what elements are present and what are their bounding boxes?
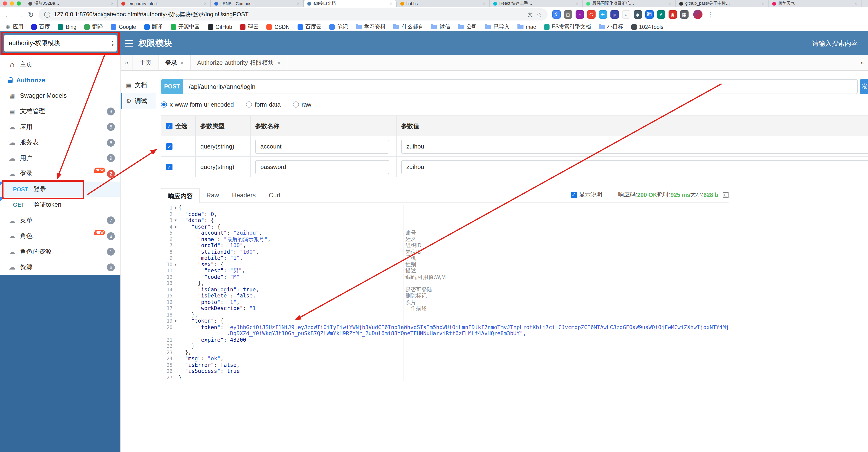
sidebar-item[interactable]: 主页 [0, 57, 120, 73]
telegram-extension-icon[interactable]: ✈ [598, 10, 607, 19]
bookmark-star-icon[interactable]: ☆ [536, 11, 542, 18]
sidebar-item[interactable]: 用户9 [0, 150, 120, 166]
bookmark-item[interactable]: 1024Tools [631, 24, 663, 30]
fold-toggle-icon[interactable]: ▾ [173, 261, 179, 268]
send-button[interactable]: 发送 [860, 79, 868, 94]
sidebar-item[interactable]: 服务表6 [0, 135, 120, 150]
bookmark-folder[interactable]: 学习资料 [356, 23, 386, 30]
tab-close-icon[interactable]: × [576, 1, 578, 6]
response-tab[interactable]: Headers [225, 188, 262, 203]
header-search-input[interactable] [774, 39, 858, 47]
content-type-option[interactable]: x-www-form-urlencoded [161, 101, 234, 108]
response-tab[interactable]: Curl [262, 188, 287, 203]
jp-dict-extension-icon[interactable]: jp [610, 10, 619, 19]
fold-toggle-icon[interactable]: ▾ [173, 318, 179, 324]
bookmark-folder[interactable]: mac [518, 24, 536, 30]
sidebar-item[interactable]: 角色的资源1 [0, 244, 120, 259]
show-description-checkbox[interactable]: ✓ [571, 192, 577, 198]
tab-close-icon[interactable]: × [855, 1, 857, 6]
fullscreen-icon[interactable] [723, 192, 728, 198]
radio-icon[interactable] [246, 101, 252, 107]
page-info-icon[interactable]: i [44, 11, 50, 18]
request-url-input[interactable] [183, 79, 858, 94]
tab-close-icon[interactable]: × [111, 1, 114, 6]
timer-extension-icon[interactable]: ◉ [668, 10, 677, 19]
module-select[interactable]: authority-权限模块 ▴▾ [4, 35, 117, 51]
response-tab[interactable]: 响应内容 [161, 188, 200, 203]
sidebar-item[interactable]: 角色NEW8 [0, 228, 120, 244]
reload-icon[interactable]: ↻ [28, 11, 34, 18]
param-name-input[interactable] [255, 139, 389, 153]
sidebar-item[interactable]: Authorize [0, 73, 120, 88]
bookmark-item[interactable]: 百度云 [298, 23, 321, 30]
address-bar[interactable]: i 127.0.0.1:8760/api/gate/doc.html#/auth… [38, 8, 548, 21]
bookmark-folder[interactable]: 微信 [431, 23, 450, 30]
bookmark-item[interactable]: 百度 [31, 23, 50, 30]
bookmark-folder[interactable]: 已导入 [485, 23, 509, 30]
browser-tab[interactable]: habbs× [397, 0, 490, 7]
tab-close-icon[interactable]: × [669, 1, 671, 6]
screenshot-extension-icon[interactable]: ◻ [564, 10, 572, 19]
browser-tab[interactable]: React 快速上手…× [490, 0, 583, 7]
content-tab[interactable]: 登录× [158, 55, 191, 70]
grid-extension-icon[interactable]: ▦ [680, 10, 688, 19]
translate-page-icon[interactable]: 文 [528, 11, 533, 18]
radio-icon[interactable] [161, 101, 167, 107]
content-type-option[interactable]: raw [293, 101, 311, 108]
bookmark-item[interactable]: 开源中国 [170, 23, 200, 30]
google-extension-icon[interactable]: G [587, 10, 595, 19]
bookmark-item[interactable]: Google [111, 24, 136, 30]
param-value-input[interactable] [401, 139, 868, 153]
sidebar-item[interactable]: 应用5 [0, 119, 120, 135]
forward-icon[interactable]: → [16, 11, 23, 18]
translate-extension-icon[interactable]: 文 [552, 10, 560, 19]
select-all-checkbox[interactable]: ✓ [166, 123, 173, 129]
fold-toggle-icon[interactable]: ▾ [173, 224, 179, 230]
bolt-extension-icon[interactable]: ⚡ [657, 10, 665, 19]
browser-tab[interactable]: temporary-interi…× [118, 0, 211, 7]
bookmark-item[interactable]: ES搜索引擎文档 [544, 23, 591, 30]
back-icon[interactable]: ← [5, 11, 11, 18]
tab-close-icon[interactable]: × [483, 1, 485, 6]
browser-menu-icon[interactable]: ⋮ [707, 11, 713, 18]
fold-toggle-icon[interactable]: ▾ [173, 217, 179, 224]
browser-tab[interactable]: 最强国际化项目汇总…× [583, 0, 676, 7]
sidebar-item[interactable]: 资源6 [0, 259, 120, 275]
sidebar-item[interactable]: 登录NEW2 [0, 166, 120, 181]
content-type-option[interactable]: form-data [246, 101, 281, 108]
sidebar-item[interactable]: 文档管理3 [0, 104, 120, 119]
doc-nav-item[interactable]: 文档 [121, 77, 156, 93]
maximize-window-button[interactable] [17, 1, 21, 6]
bookmark-item[interactable]: 翻译 [144, 23, 162, 30]
doc-nav-item[interactable]: 调试 [121, 93, 156, 109]
fanyi-extension-icon[interactable]: 翻 [645, 10, 653, 19]
bookmark-folder[interactable]: 公司 [458, 23, 477, 30]
param-checkbox[interactable]: ✓ [166, 144, 173, 150]
param-checkbox[interactable]: ✓ [166, 164, 173, 171]
tabs-scroll-right-icon[interactable] [856, 55, 868, 70]
content-tab[interactable]: 主页 [133, 55, 158, 70]
bookmark-item[interactable]: 笔记 [330, 23, 348, 30]
tab-close-icon[interactable]: × [297, 1, 300, 6]
bookmark-folder[interactable]: 小目标 [599, 23, 623, 30]
tab-close-icon[interactable]: × [762, 1, 764, 6]
fold-toggle-icon[interactable]: ▾ [173, 205, 179, 211]
response-tab[interactable]: Raw [200, 188, 225, 203]
browser-tab[interactable]: LRNB—Compos…× [211, 0, 304, 7]
bookmark-folder[interactable]: 什么都有 [394, 23, 423, 30]
shield-extension-icon[interactable]: ◆ [633, 10, 642, 19]
history-extension-icon[interactable]: ◔ [575, 10, 584, 19]
bookmark-item[interactable]: 码云 [240, 23, 259, 30]
close-window-button[interactable] [3, 1, 7, 6]
browser-tab[interactable]: 极简天气× [769, 0, 862, 7]
browser-tab[interactable]: 温故JS2Ba…× [25, 0, 118, 7]
sidebar-item[interactable]: Swagger Models [0, 88, 120, 104]
profile-avatar[interactable] [693, 10, 702, 19]
param-name-input[interactable] [255, 160, 389, 174]
browser-tab[interactable]: api接口文档× [304, 0, 397, 7]
tabs-scroll-left-icon[interactable] [121, 55, 133, 70]
radio-icon[interactable] [293, 101, 299, 107]
bookmark-item[interactable]: CSDN [267, 24, 290, 30]
bookmark-item[interactable]: 翻译 [84, 23, 103, 30]
sidebar-item[interactable]: 菜单7 [0, 213, 120, 228]
